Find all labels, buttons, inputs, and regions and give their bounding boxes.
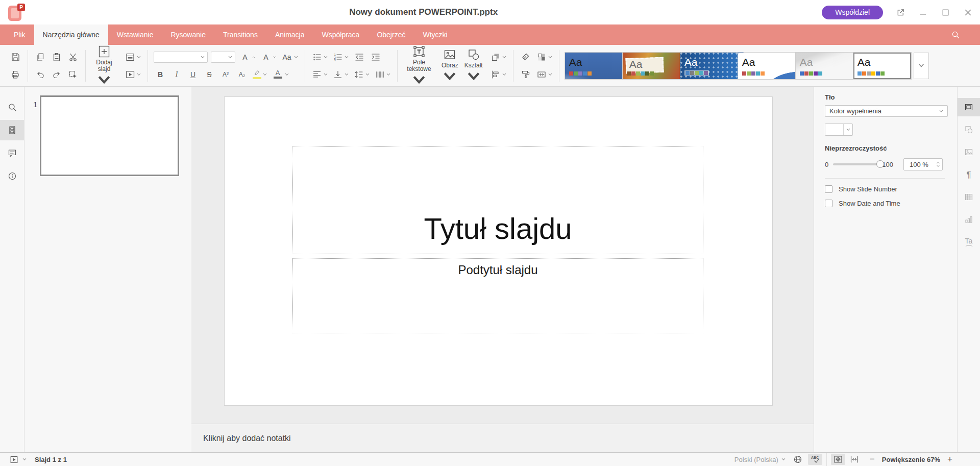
insert-shape-button[interactable]: Kształt	[461, 47, 486, 84]
notes-area[interactable]: Kliknij aby dodać notatki	[191, 424, 814, 452]
clear-style-icon[interactable]	[519, 51, 532, 63]
strikeout-icon[interactable]: S	[203, 68, 216, 81]
insert-textbox-button[interactable]: Pole tekstowe	[400, 44, 438, 88]
fit-to-slide-icon[interactable]	[831, 454, 845, 465]
cut-icon[interactable]	[66, 51, 80, 63]
tab-plik[interactable]: Plik	[5, 24, 34, 45]
tab-wspolpraca[interactable]: Współpraca	[313, 24, 368, 45]
decrease-font-icon[interactable]: A	[259, 51, 277, 63]
subscript-icon[interactable]: A₂	[235, 68, 249, 81]
print-icon[interactable]	[9, 68, 22, 81]
fill-color-button[interactable]	[825, 124, 853, 136]
slide[interactable]: Tytuł slajdu Podtytuł slajdu	[225, 97, 772, 405]
tab-animacja[interactable]: Animacja	[266, 24, 313, 45]
tab-narzedzia-glowne[interactable]: Narzędzia główne	[34, 24, 108, 45]
tab-rysowanie[interactable]: Rysowanie	[162, 24, 214, 45]
chevron-down-icon[interactable]	[22, 458, 27, 461]
table-settings-icon[interactable]	[958, 188, 980, 206]
sidebar-about-icon[interactable]	[0, 166, 24, 186]
language-selector[interactable]: Polski (Polska)	[734, 456, 786, 463]
show-date-time-checkbox[interactable]: Show Date and Time	[825, 200, 945, 207]
sidebar-search-icon[interactable]	[0, 97, 24, 117]
change-case-icon[interactable]: Aa	[280, 51, 299, 63]
numbered-list-icon[interactable]: 123	[332, 51, 350, 63]
app-logo-icon: P	[8, 4, 25, 21]
theme-thumbnail-4[interactable]: Aa	[738, 53, 796, 79]
paragraph-settings-icon[interactable]: ¶	[958, 165, 980, 184]
document-language-icon[interactable]	[791, 454, 805, 465]
zoom-out-button[interactable]: −	[868, 454, 877, 464]
paste-icon[interactable]	[50, 51, 63, 63]
theme-thumbnail-6-selected[interactable]: Aa	[853, 53, 911, 79]
checkbox[interactable]	[825, 185, 832, 193]
sidebar-slides-icon[interactable]	[0, 120, 24, 140]
highlight-color-icon[interactable]	[252, 68, 268, 81]
minimize-icon[interactable]	[918, 7, 928, 17]
select-tool-icon[interactable]	[66, 68, 80, 81]
add-slide-button[interactable]: Dodaj slajd	[88, 44, 120, 88]
checkbox[interactable]	[825, 200, 832, 207]
chart-settings-icon[interactable]	[958, 210, 980, 229]
slide-settings-icon[interactable]	[958, 98, 980, 116]
textart-settings-icon[interactable]: Ta	[958, 233, 980, 251]
start-slideshow-statusbar-icon[interactable]	[8, 454, 19, 465]
search-icon[interactable]	[949, 29, 962, 41]
open-in-new-window-icon[interactable]	[895, 7, 905, 17]
copy-icon[interactable]	[34, 51, 47, 63]
title-placeholder[interactable]: Tytuł slajdu	[292, 146, 703, 254]
redo-icon[interactable]	[50, 68, 63, 81]
slide-layout-button[interactable]	[124, 51, 142, 63]
bullet-list-icon[interactable]	[311, 51, 329, 63]
superscript-icon[interactable]: A²	[219, 68, 232, 81]
tab-obejrzec[interactable]: Obejrzeć	[368, 24, 414, 45]
italic-icon[interactable]: I	[170, 68, 183, 81]
decrease-indent-icon[interactable]	[353, 51, 366, 63]
vertical-align-icon[interactable]	[332, 68, 350, 81]
fill-type-select[interactable]: Kolor wypełnienia	[825, 105, 948, 117]
tab-wstawianie[interactable]: Wstawianie	[108, 24, 162, 45]
columns-icon[interactable]	[374, 68, 391, 81]
subtitle-placeholder[interactable]: Podtytuł slajdu	[292, 258, 703, 333]
theme-thumbnail-5[interactable]: Aa	[796, 53, 853, 79]
font-size-combo[interactable]	[211, 52, 235, 63]
theme-thumbnail-2[interactable]: Aa	[623, 53, 680, 79]
opacity-input[interactable]: 100 %	[903, 158, 943, 170]
fit-to-width-icon[interactable]	[847, 454, 862, 465]
insert-image-button[interactable]: Obraz	[438, 47, 461, 84]
opacity-label: Nieprzezroczystość	[825, 144, 945, 152]
increase-indent-icon[interactable]	[369, 51, 382, 63]
shape-settings-icon[interactable]	[958, 120, 980, 139]
image-settings-icon[interactable]	[958, 143, 980, 161]
tab-wtyczki[interactable]: Wtyczki	[414, 24, 456, 45]
sidebar-comments-icon[interactable]	[0, 143, 24, 163]
share-button[interactable]: Współdziel	[822, 6, 883, 19]
increase-font-icon[interactable]: A	[238, 51, 256, 63]
zoom-in-button[interactable]: +	[945, 454, 954, 464]
theme-thumbnail-3[interactable]: Aa	[680, 53, 738, 79]
horizontal-align-icon[interactable]	[311, 68, 329, 81]
font-name-combo[interactable]	[154, 52, 208, 63]
spell-check-icon[interactable]: ABC	[808, 454, 822, 465]
theme-gallery-expand-button[interactable]	[914, 53, 929, 79]
opacity-slider[interactable]	[833, 163, 880, 165]
spin-up-icon[interactable]	[936, 161, 940, 164]
align-shape-icon[interactable]	[489, 68, 507, 81]
start-slideshow-button[interactable]	[124, 68, 142, 81]
maximize-icon[interactable]	[940, 7, 950, 17]
theme-thumbnail-1[interactable]: Aa	[565, 53, 623, 79]
slide-size-icon[interactable]	[535, 68, 553, 81]
close-icon[interactable]	[963, 7, 973, 17]
spin-down-icon[interactable]	[936, 165, 940, 167]
line-spacing-icon[interactable]	[353, 68, 371, 81]
tab-transitions[interactable]: Transitions	[214, 24, 266, 45]
slide-thumbnail-selected[interactable]	[40, 95, 179, 176]
show-slide-number-checkbox[interactable]: Show Slide Number	[825, 185, 945, 193]
arrange-shape-icon[interactable]	[489, 51, 507, 63]
copy-style-icon[interactable]	[519, 68, 532, 81]
undo-icon[interactable]	[34, 68, 47, 81]
font-color-icon[interactable]: A	[271, 68, 290, 81]
underline-icon[interactable]: U	[186, 68, 200, 81]
bold-icon[interactable]: B	[154, 68, 167, 81]
color-scheme-icon[interactable]	[535, 51, 553, 63]
save-icon[interactable]	[9, 51, 22, 63]
